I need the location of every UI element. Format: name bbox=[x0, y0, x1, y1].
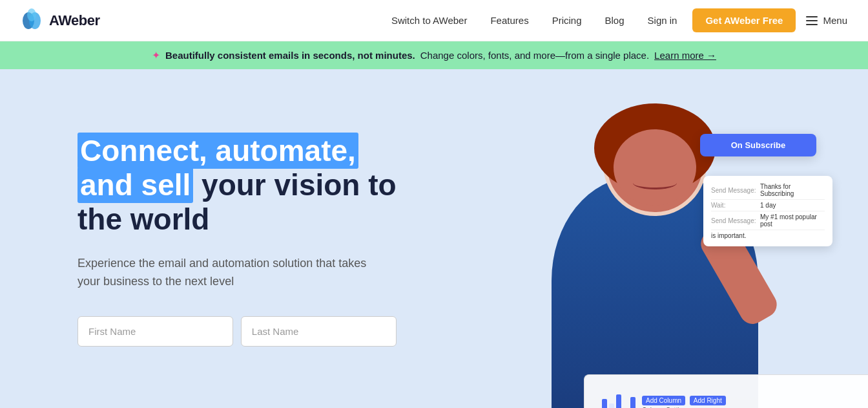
hero-content: Connect, automate, and sell your vision … bbox=[0, 108, 397, 347]
nav-signin[interactable]: Sign in bbox=[648, 15, 677, 26]
first-name-input[interactable] bbox=[78, 316, 233, 347]
person-face bbox=[614, 129, 696, 206]
get-free-button[interactable]: Get AWeber Free bbox=[692, 8, 796, 32]
dashboard-info: Add Column Add Right Column Settings bbox=[642, 397, 858, 408]
step4-value: is important. bbox=[711, 232, 746, 239]
dashboard-row-1: Add Column Add Right bbox=[642, 397, 858, 404]
step-row-1: Send Message: Thanks for Subscribing bbox=[711, 181, 825, 200]
nav-features[interactable]: Features bbox=[490, 15, 528, 26]
announcement-bold: Beautifully consistent emails in seconds… bbox=[165, 50, 415, 61]
step3-value: My #1 most popular post bbox=[760, 213, 825, 228]
announcement-text: Change colors, fonts, and more—from a si… bbox=[420, 50, 649, 61]
svg-point-2 bbox=[27, 8, 36, 21]
logo-svg bbox=[21, 8, 45, 33]
step2-value: 1 day bbox=[760, 202, 776, 209]
person-smile bbox=[633, 177, 677, 189]
hero-form bbox=[78, 316, 397, 347]
step-row-2: Wait: 1 day bbox=[711, 200, 825, 211]
chart-bars bbox=[595, 389, 636, 408]
step3-label: Send Message: bbox=[711, 217, 756, 224]
dashboard-panel: Add Column Add Right Column Settings bbox=[584, 374, 868, 408]
menu-button[interactable]: Menu bbox=[806, 15, 847, 26]
logo-area[interactable]: AWeber bbox=[21, 8, 100, 33]
trigger-panel: On Subscribe bbox=[700, 134, 816, 156]
hamburger-icon bbox=[806, 16, 818, 25]
hero-visual: On Subscribe Send Message: Thanks for Su… bbox=[416, 69, 868, 408]
steps-panel: Send Message: Thanks for Subscribing Wai… bbox=[703, 176, 832, 246]
announcement-banner: ✦ Beautifully consistent emails in secon… bbox=[0, 41, 868, 69]
headline-highlight-1: Connect, automate, bbox=[78, 133, 358, 169]
step2-label: Wait: bbox=[711, 202, 756, 209]
trigger-label: On Subscribe bbox=[731, 140, 786, 150]
logo[interactable]: AWeber bbox=[21, 8, 100, 33]
nav-links: Switch to AWeber Features Pricing Blog S… bbox=[391, 15, 677, 26]
step1-value: Thanks for Subscribing bbox=[760, 183, 825, 197]
hero-section: Connect, automate, and sell your vision … bbox=[0, 69, 868, 408]
logo-wordmark: AWeber bbox=[49, 12, 100, 29]
nav-pricing[interactable]: Pricing bbox=[552, 15, 582, 26]
sparkle-icon: ✦ bbox=[152, 49, 160, 61]
navbar-actions: Get AWeber Free Menu bbox=[692, 8, 847, 32]
nav-switch[interactable]: Switch to AWeber bbox=[391, 15, 468, 26]
person-head bbox=[603, 113, 707, 216]
menu-label: Menu bbox=[823, 15, 847, 26]
last-name-input[interactable] bbox=[241, 316, 397, 347]
step-row-3: Send Message: My #1 most popular post bbox=[711, 211, 825, 230]
navbar: AWeber Switch to AWeber Features Pricing… bbox=[0, 0, 868, 41]
nav-blog[interactable]: Blog bbox=[605, 15, 625, 26]
headline-highlight-2: and sell bbox=[78, 167, 193, 203]
announcement-link[interactable]: Learn more → bbox=[654, 50, 716, 61]
hero-subtext: Experience the email and automation solu… bbox=[78, 255, 388, 291]
step1-label: Send Message: bbox=[711, 187, 756, 194]
hero-headline: Connect, automate, and sell your vision … bbox=[78, 134, 397, 237]
step-row-4: is important. bbox=[711, 230, 825, 241]
